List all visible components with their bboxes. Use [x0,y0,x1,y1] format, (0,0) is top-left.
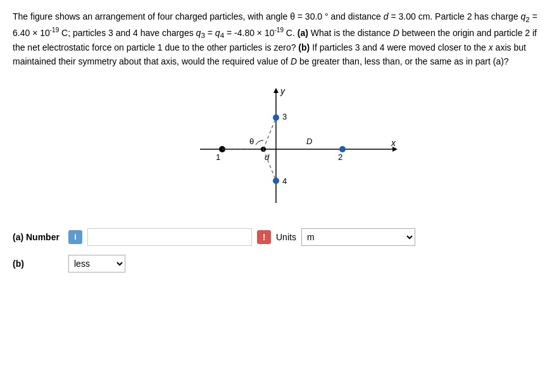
particle-2-label: 2 [338,152,342,162]
svg-line-4 [263,118,276,149]
particle-diagram: y x 1 θ d 3 4 D [149,83,403,209]
particle-4-label: 4 [282,176,287,186]
part-a-row: (a) Number i ! Units m cm nm [13,228,539,246]
units-select[interactable]: m cm nm [301,228,415,246]
D-label: D [306,137,312,146]
part-b-label: (b) [13,259,63,269]
problem-text: The figure shows an arrangement of four … [13,10,539,69]
particle-2 [339,146,346,152]
info-button[interactable]: i [68,230,82,244]
x-axis-label: x [391,138,396,148]
part-a-number-input[interactable] [87,228,252,246]
svg-marker-1 [273,88,279,93]
units-label: Units [276,232,296,242]
particle-3 [273,114,279,121]
part-b-select[interactable]: less greater the same [68,255,125,273]
d-label: d [265,152,270,162]
diagram-area: y x 1 θ d 3 4 D [13,77,539,216]
particle-3-label: 3 [282,112,287,121]
theta-label: θ [249,137,254,146]
part-b-row: (b) less greater the same [13,255,539,273]
particle-1-label: 1 [216,152,220,162]
particle-4 [273,178,279,184]
y-axis-label: y [280,86,285,96]
alert-button[interactable]: ! [257,230,271,244]
part-a-label: (a) Number [13,232,63,242]
